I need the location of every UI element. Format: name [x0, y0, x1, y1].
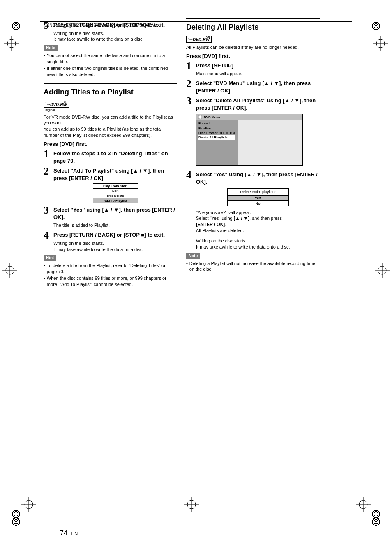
printer-mark-icon: [371, 509, 380, 518]
dvd-menu-title: DVD Menu: [204, 115, 220, 119]
dvd-menu-screen: DVD Menu Format Finalise Disc Protect OF…: [196, 114, 303, 166]
step-text: The title is added to Playlist.: [53, 222, 177, 228]
left-column: 5 Press [RETURN / BACK] or [STOP ■] to e…: [44, 18, 177, 288]
text-fragment-bold: [ENTER / OK]: [196, 222, 225, 227]
printer-mark-icon: [371, 517, 380, 526]
dialog-option-yes: Yes: [228, 195, 288, 200]
step-heading: Press [RETURN / BACK] or [STOP ■] to exi…: [53, 21, 177, 29]
dialog-title: Delete entire playlist?: [228, 189, 288, 195]
note-list: Deleting a Playlist will not increase th…: [186, 260, 320, 273]
step-heading: Select "Add To Playlist" using [▲ / ▼], …: [53, 167, 177, 182]
page-footer: 74 EN: [60, 530, 78, 537]
crop-cross-icon: [356, 497, 371, 512]
text-fragment: All Playlists are deleted.: [196, 228, 244, 233]
step-heading: Press [SETUP].: [196, 62, 320, 69]
body-text: You can add up to 99 titles to a Playlis…: [44, 126, 177, 138]
crop-cross-icon: [184, 497, 199, 512]
menu-item: Edit: [93, 189, 138, 193]
context-menu-graphic: Play From Start Edit Title Delete Add To…: [93, 183, 138, 203]
disc-badge-caption: Original: [44, 108, 69, 112]
step-text: Main menu will appear.: [196, 71, 320, 77]
text-fragment: "Are you sure?" will appear.: [196, 210, 251, 215]
confirm-dialog: Delete entire playlist? Yes No: [227, 188, 289, 206]
step-number: 2: [186, 78, 196, 89]
dvd-menu-content-area: [238, 120, 302, 165]
page-lang: EN: [71, 531, 78, 536]
section-rule: [186, 18, 320, 19]
step-number: 2: [44, 166, 53, 177]
step-number: 4: [186, 170, 196, 180]
crop-cross-icon: [375, 263, 390, 278]
step-number: 1: [44, 149, 53, 159]
step-text: It may take awhile to write the data on …: [53, 246, 177, 253]
step-number: 4: [44, 230, 53, 241]
disc-type-badge: DVD-RW VR: [44, 101, 69, 108]
dvd-menu-item: Format: [198, 121, 235, 126]
step-number: 3: [44, 205, 53, 216]
step-text: It may take awhile to write the data ont…: [196, 244, 320, 250]
step-text: Writing on the disc starts.: [53, 240, 177, 246]
printer-mark-icon: [371, 21, 380, 30]
preliminary-instruction: Press [DVD] first.: [186, 53, 320, 59]
step-text: It may take awhile to write the data on …: [53, 36, 177, 42]
printer-mark-icon: [12, 517, 21, 526]
disc-type-badge: DVD-RW VR: [186, 36, 212, 43]
note-item: If either one of the two original titles…: [47, 65, 177, 78]
hint-item: To delete a title from the Playlist, ref…: [47, 263, 177, 275]
step-heading: Follow the steps 1 to 2 in "Deleting Tit…: [53, 150, 177, 164]
menu-item: Title Delete: [93, 193, 138, 198]
hint-item: When the disc contains 99 titles or more…: [47, 275, 177, 288]
disc-icon: [198, 115, 202, 119]
step-number: 1: [186, 61, 196, 71]
printer-mark-icon: [12, 509, 21, 518]
note-item: You cannot select the same title twice a…: [47, 53, 177, 65]
step-number: 5: [44, 20, 53, 31]
note-label: Note: [186, 253, 200, 259]
step-heading: Select "Delete All Playlists" using [▲ /…: [196, 97, 320, 111]
note-list: You cannot select the same title twice a…: [44, 53, 177, 77]
crop-cross-icon: [21, 497, 36, 512]
dvd-menu-header: DVD Menu: [196, 114, 302, 120]
text-fragment: Select "Yes" using: [196, 216, 234, 221]
step-text: "Are you sure?" will appear. Select "Yes…: [196, 210, 320, 234]
note-label: Note: [44, 45, 58, 51]
page-number: 74: [60, 530, 67, 537]
crop-cross-icon: [4, 36, 19, 51]
dialog-option-no: No: [228, 200, 288, 206]
hint-label: Hint: [44, 255, 56, 261]
disc-swoosh-icon: [45, 101, 50, 106]
step-text: Writing on the disc starts.: [53, 30, 177, 37]
printer-mark-icon: [12, 21, 21, 30]
step-heading: Press [RETURN / BACK] or [STOP ■] to exi…: [53, 231, 177, 239]
hint-list: To delete a title from the Playlist, ref…: [44, 263, 177, 287]
step-number: 3: [186, 96, 196, 106]
dvd-menu-item: Disc Protect OFF ⇨ ON: [198, 131, 235, 135]
text-fragment: .: [225, 222, 226, 227]
section-rule: [44, 83, 177, 84]
step-heading: Select "Yes" using [▲ / ▼], then press […: [196, 171, 320, 185]
step-text: Writing on the disc starts.: [196, 238, 320, 244]
step-heading: Select "DVD Menu" using [▲ / ▼], then pr…: [196, 80, 320, 94]
disc-badge-sup: VR: [206, 36, 210, 38]
dvd-menu-item-highlighted: Delete All Playlists: [198, 135, 235, 140]
text-fragment: , and then press: [249, 216, 282, 221]
crop-cross-icon: [373, 36, 388, 51]
step-heading: Select "Yes" using [▲ / ▼], then press […: [53, 206, 177, 221]
disc-badge-sup: VR: [64, 101, 67, 103]
disc-swoosh-icon: [188, 37, 192, 41]
section-title: Deleting All Playlists: [186, 23, 320, 32]
preliminary-instruction: Press [DVD] first.: [44, 141, 177, 147]
note-item: Deleting a Playlist will not increase th…: [189, 260, 320, 273]
right-column: Deleting All Playlists DVD-RW VR All Pla…: [186, 18, 320, 288]
body-text: For VR mode DVD-RW disc, you can add a t…: [44, 114, 177, 127]
crop-cross-icon: [2, 263, 17, 278]
text-fragment-bold: [▲ / ▼]: [234, 216, 249, 221]
menu-item-highlighted: Add To Playlist: [93, 198, 138, 203]
section-title: Adding Titles to a Playlist: [44, 88, 177, 97]
dvd-menu-item: Finalise: [198, 126, 235, 131]
menu-item: Play From Start: [93, 184, 138, 189]
body-text: All Playlists can be deleted if they are…: [186, 44, 320, 51]
dvd-menu-sidebar: Format Finalise Disc Protect OFF ⇨ ON De…: [196, 120, 238, 165]
